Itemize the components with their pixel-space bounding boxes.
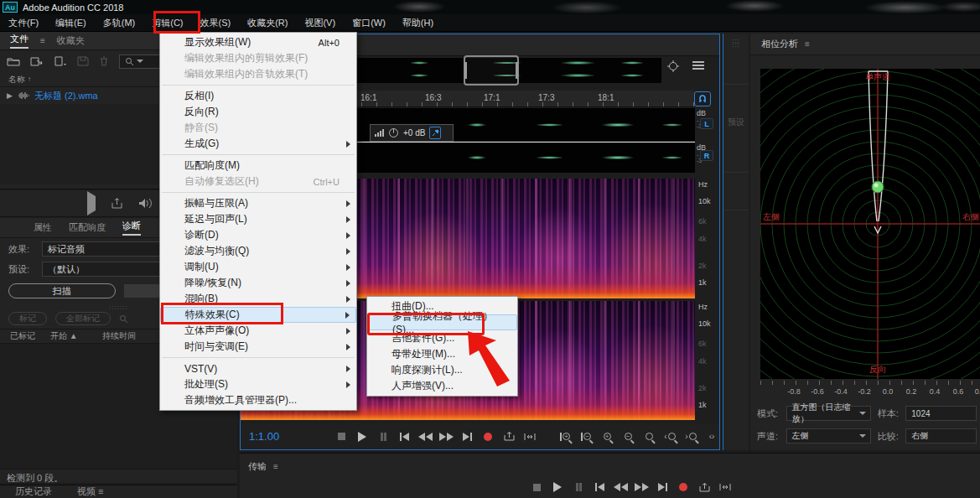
play-button[interactable] bbox=[550, 480, 565, 494]
export-icon[interactable] bbox=[111, 198, 123, 209]
channel-select[interactable]: 左侧 bbox=[786, 428, 870, 444]
column-marked[interactable]: 已标记 bbox=[10, 330, 50, 342]
play-button[interactable] bbox=[355, 430, 370, 444]
menu-file[interactable]: 文件(F) bbox=[0, 14, 47, 32]
skip-to-end-button[interactable] bbox=[459, 430, 474, 444]
menu-item-reverb[interactable]: 混响(B) bbox=[160, 291, 356, 307]
menu-item-stereo-imagery[interactable]: 立体声声像(O) bbox=[160, 323, 356, 339]
tab-files[interactable]: 文件 bbox=[10, 33, 29, 49]
column-duration[interactable]: 持续时间 bbox=[102, 330, 159, 342]
menu-item-batch-process[interactable]: 批处理(S) bbox=[160, 376, 356, 392]
menu-item-special-effects[interactable]: 特殊效果(C) bbox=[160, 307, 356, 323]
pause-button[interactable] bbox=[571, 480, 586, 494]
menu-item-match-loudness[interactable]: 匹配响度(M) bbox=[160, 158, 356, 174]
menu-item-generate[interactable]: 生成(G) bbox=[160, 136, 356, 152]
tab-properties[interactable]: 属性 bbox=[34, 221, 52, 234]
preset-strip-label[interactable]: 预设 bbox=[723, 117, 749, 128]
record-button[interactable] bbox=[480, 430, 495, 444]
gain-knob-icon[interactable] bbox=[388, 127, 399, 138]
record-button[interactable] bbox=[676, 480, 691, 494]
menu-item-filter-eq[interactable]: 滤波与均衡(Q) bbox=[160, 243, 356, 259]
new-file-icon[interactable] bbox=[54, 56, 67, 66]
file-name[interactable]: 无标题 (2).wma bbox=[34, 90, 98, 102]
preview-play-icon[interactable] bbox=[87, 196, 96, 211]
zoom-navigator-handle[interactable] bbox=[464, 55, 519, 86]
menu-item-audio-plugin-manager[interactable]: 音频增效工具管理器(P)... bbox=[160, 392, 356, 408]
tab-diagnostics[interactable]: 诊断 bbox=[122, 220, 141, 236]
menu-multitrack[interactable]: 多轨(M) bbox=[95, 14, 144, 32]
loop-playback-button[interactable] bbox=[501, 430, 516, 444]
skip-to-end-button[interactable] bbox=[655, 480, 670, 494]
menu-item-mastering[interactable]: 母带处理(M)... bbox=[367, 346, 517, 362]
menu-effects[interactable]: 效果(S) bbox=[192, 14, 240, 32]
menu-clip[interactable]: 剪辑(C) bbox=[143, 14, 191, 32]
zoom-selection-right-button[interactable]: › bbox=[683, 430, 698, 444]
speaker-icon[interactable] bbox=[138, 198, 153, 209]
menu-item-loudness-radar[interactable]: 响度探测计(L)... bbox=[367, 362, 517, 378]
menu-item-guitar-suite[interactable]: 吉他套件(G)... bbox=[367, 330, 517, 346]
zoom-reset-button[interactable] bbox=[641, 430, 656, 444]
menu-item-amplitude-compression[interactable]: 振幅与压限(A) bbox=[160, 195, 356, 211]
compare-value[interactable]: 右侧 bbox=[905, 428, 977, 444]
pause-button[interactable] bbox=[376, 430, 391, 444]
gain-hud[interactable]: +0 dB bbox=[370, 124, 454, 142]
zoom-in-time-button[interactable]: + bbox=[599, 430, 614, 444]
menu-item-modulation[interactable]: 调制(U) bbox=[160, 259, 356, 275]
samples-value[interactable]: 1024 bbox=[905, 406, 977, 421]
menu-item-delay-echo[interactable]: 延迟与回声(L) bbox=[160, 211, 356, 227]
scan-button[interactable]: 扫描 bbox=[8, 283, 116, 298]
column-name[interactable]: 名称 bbox=[8, 74, 25, 86]
pin-icon[interactable] bbox=[429, 127, 441, 139]
loop-playback-button[interactable] bbox=[697, 480, 712, 494]
zoom-level-value[interactable]: 1:1.00 bbox=[249, 430, 334, 443]
menu-view[interactable]: 视图(V) bbox=[296, 14, 344, 32]
snap-magnet-icon[interactable] bbox=[694, 91, 711, 106]
menu-item-vocal-enhancer[interactable]: 人声增强(V)... bbox=[367, 378, 517, 394]
skip-to-start-button[interactable] bbox=[397, 430, 412, 444]
zoom-out-time-button[interactable]: − bbox=[620, 430, 635, 444]
menu-item-invert[interactable]: 反相(I) bbox=[160, 88, 356, 104]
tab-favorites[interactable]: 收藏夹 bbox=[57, 34, 85, 47]
list-view-icon[interactable] bbox=[692, 60, 705, 73]
menu-item-doppler-shifter[interactable]: 多普勒换档器（处理）(S)... bbox=[367, 314, 517, 330]
panel-menu-icon[interactable]: ≡ bbox=[40, 36, 45, 45]
gain-value[interactable]: +0 dB bbox=[403, 128, 425, 137]
skip-selection-button[interactable] bbox=[718, 480, 733, 494]
expand-chevron-icon[interactable]: ▶ bbox=[7, 91, 13, 100]
channel-badge-right[interactable]: R bbox=[700, 150, 713, 161]
panel-menu-icon[interactable]: ≡ bbox=[273, 462, 278, 471]
menu-help[interactable]: 帮助(H) bbox=[394, 14, 442, 32]
menu-item-vst[interactable]: VST(V) bbox=[160, 361, 356, 376]
zoom-out-amplitude-button[interactable]: − bbox=[578, 430, 594, 444]
menu-item-time-pitch[interactable]: 时间与变调(E) bbox=[160, 339, 356, 355]
open-file-icon[interactable] bbox=[7, 56, 20, 66]
stop-button[interactable] bbox=[529, 480, 544, 494]
phase-display[interactable]: 单声道 左侧 右侧 反向 bbox=[760, 69, 980, 379]
zoom-selection-button[interactable]: ‹› bbox=[704, 430, 719, 444]
fast-forward-button[interactable] bbox=[634, 480, 649, 494]
panel-menu-icon[interactable]: ≡ bbox=[805, 39, 810, 49]
skip-to-start-button[interactable] bbox=[592, 480, 607, 494]
tab-match-loudness[interactable]: 匹配响度 bbox=[69, 221, 106, 234]
tab-history[interactable]: 历史记录 bbox=[15, 485, 52, 498]
rewind-button[interactable] bbox=[613, 480, 628, 494]
menu-item-reverse[interactable]: 反向(R) bbox=[160, 104, 356, 120]
menu-edit[interactable]: 编辑(E) bbox=[47, 14, 95, 32]
skip-selection-button[interactable] bbox=[522, 430, 537, 444]
mode-select[interactable]: 直方图（日志缩放） bbox=[786, 406, 870, 421]
import-file-icon[interactable] bbox=[30, 56, 44, 66]
menu-item-noise-reduction[interactable]: 降噪/恢复(N) bbox=[160, 275, 356, 291]
menu-item-diagnostics[interactable]: 诊断(D) bbox=[160, 227, 356, 243]
panel-grip-icon[interactable]: :::::: bbox=[723, 39, 749, 47]
channel-badge-left[interactable]: L bbox=[700, 118, 713, 129]
fast-forward-button[interactable] bbox=[438, 430, 454, 444]
zoom-navigator-icon[interactable] bbox=[666, 60, 680, 73]
zoom-in-amplitude-button[interactable]: + bbox=[557, 430, 573, 444]
stop-button[interactable] bbox=[334, 430, 349, 444]
menu-favorites[interactable]: 收藏夹(R) bbox=[239, 14, 296, 32]
menu-item-show-effects-rack[interactable]: 显示效果组(W)Alt+0 bbox=[160, 34, 356, 50]
menu-window[interactable]: 窗口(W) bbox=[344, 14, 394, 32]
rewind-button[interactable] bbox=[417, 430, 433, 444]
collapsed-panel-strip[interactable]: :::::: 预设 bbox=[723, 34, 749, 450]
zoom-selection-left-button[interactable]: ‹ bbox=[662, 430, 677, 444]
